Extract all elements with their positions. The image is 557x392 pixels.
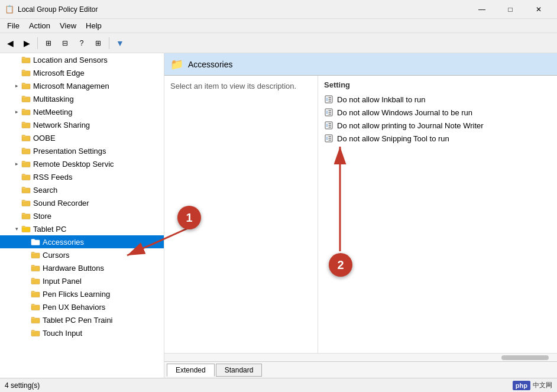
tree-item-store[interactable]: Store <box>0 209 164 222</box>
toolbar-btn1[interactable]: ⊞ <box>41 35 56 51</box>
right-panel: 📁 Accessories Select an item to view its… <box>164 53 557 378</box>
expand-btn-netmeeting[interactable]: ▸ <box>12 107 21 116</box>
menu-file[interactable]: File <box>2 20 24 31</box>
tree-item-search[interactable]: Search <box>0 183 164 196</box>
toolbar-btn4[interactable]: ⊞ <box>90 35 106 51</box>
tree-item-netsharing[interactable]: Network Sharing <box>0 118 164 131</box>
tree-item-accessories[interactable]: Accessories <box>0 235 164 248</box>
tree-label-penux: Pen UX Behaviors <box>43 303 105 312</box>
menu-action[interactable]: Action <box>24 20 55 31</box>
content-header-icon: 📁 <box>170 58 183 71</box>
menu-bar: File Action View Help <box>0 19 557 33</box>
content-header-title: Accessories <box>188 60 232 69</box>
folder-icon-msmgmt <box>21 81 31 90</box>
folder-icon-multitask <box>21 94 31 103</box>
content-split: Select an item to view its description. … <box>164 76 557 353</box>
tree-label-rssfeeds: RSS Feeds <box>33 173 72 182</box>
folder-icon-remotedesktop <box>21 159 31 169</box>
folder-icon-cursors <box>31 250 40 260</box>
tree-item-touchinput[interactable]: Touch Input <box>0 326 164 339</box>
bottom-tabs: ExtendedStandard <box>164 361 557 378</box>
tree-item-soundrecorder[interactable]: Sound Recorder <box>0 196 164 209</box>
tree-item-msedge[interactable]: Microsoft Edge <box>0 66 164 79</box>
tree-label-netsharing: Network Sharing <box>33 121 90 129</box>
tree-label-presentation: Presentation Settings <box>33 147 106 155</box>
toolbar-forward[interactable]: ▶ <box>19 35 34 51</box>
setting-label-2: Do not allow printing to Journal Note Wr… <box>337 121 484 130</box>
toolbar-back[interactable]: ◀ <box>2 35 18 51</box>
tree-label-msmgmt: Microsoft Managemen <box>33 82 109 90</box>
tree-label-touchinput: Touch Input <box>43 329 82 338</box>
tree-item-hardwarebuttons[interactable]: Hardware Buttons <box>0 261 164 274</box>
tree-item-inputpanel[interactable]: Input Panel <box>0 274 164 287</box>
menu-view[interactable]: View <box>55 20 81 31</box>
tree-item-presentation[interactable]: Presentation Settings <box>0 144 164 157</box>
close-button[interactable]: ✕ <box>525 4 552 15</box>
badge-area: php 中文网 <box>513 381 552 390</box>
toolbar: ◀ ▶ ⊞ ⊟ ? ⊞ ▼ <box>0 33 557 53</box>
tree-label-hardwarebuttons: Hardware Buttons <box>43 264 104 273</box>
tree-label-soundrecorder: Sound Recorder <box>33 199 89 208</box>
setting-item-2[interactable]: Do not allow printing to Journal Note Wr… <box>324 119 551 132</box>
cn-text: 中文网 <box>533 381 552 390</box>
expand-btn-msmgmt[interactable]: ▸ <box>12 81 21 90</box>
folder-icon-oobe <box>21 133 31 142</box>
tree-label-inputpanel: Input Panel <box>43 277 82 286</box>
toolbar-btn2[interactable]: ⊟ <box>57 35 73 51</box>
content-header: 📁 Accessories <box>164 53 557 76</box>
scrollbar-thumb[interactable] <box>501 355 549 360</box>
status-bar: 4 setting(s) php 中文网 <box>0 378 557 392</box>
tree-item-location[interactable]: Location and Sensors <box>0 53 164 66</box>
tree-label-store: Store <box>33 212 51 221</box>
settings-list: Do not allow Inkball to run Do not allow… <box>324 93 551 145</box>
tree-item-tabletpc[interactable]: ▾ Tablet PC <box>0 222 164 235</box>
tree-item-msmgmt[interactable]: ▸ Microsoft Managemen <box>0 79 164 92</box>
tree-item-cursors[interactable]: Cursors <box>0 248 164 261</box>
folder-icon-netsharing <box>21 120 31 129</box>
tree-item-remotedesktop[interactable]: ▸ Remote Desktop Servic <box>0 157 164 170</box>
tree-label-location: Location and Sensors <box>33 56 108 64</box>
folder-icon-accessories <box>31 237 40 247</box>
horizontal-scrollbar[interactable] <box>164 353 557 361</box>
tab-standard[interactable]: Standard <box>216 364 263 377</box>
tree-item-tabletpcpen[interactable]: Tablet PC Pen Traini <box>0 313 164 326</box>
menu-help[interactable]: Help <box>81 20 106 31</box>
toolbar-sep-2 <box>109 37 109 49</box>
folder-icon-rssfeeds <box>21 172 31 182</box>
settings-header: Setting <box>324 80 551 89</box>
folder-icon-search <box>21 185 31 195</box>
tree-label-penflicks: Pen Flicks Learning <box>43 290 110 299</box>
tree-panel[interactable]: Location and Sensors Microsoft Edge▸ Mic… <box>0 53 164 378</box>
tree-item-oobe[interactable]: OOBE <box>0 131 164 144</box>
tree-label-remotedesktop: Remote Desktop Servic <box>33 160 114 169</box>
folder-icon-soundrecorder <box>21 198 31 208</box>
minimize-button[interactable]: — <box>468 4 496 15</box>
tree-label-oobe: OOBE <box>33 134 56 142</box>
php-badge: php <box>513 381 530 390</box>
tree-item-rssfeeds[interactable]: RSS Feeds <box>0 170 164 183</box>
tab-extended[interactable]: Extended <box>167 364 215 377</box>
title-bar-title: Local Group Policy Editor <box>18 5 468 14</box>
setting-item-0[interactable]: Do not allow Inkball to run <box>324 93 551 106</box>
setting-label-3: Do not allow Snipping Tool to run <box>337 134 449 143</box>
tree-item-penflicks[interactable]: Pen Flicks Learning <box>0 287 164 300</box>
tree-item-netmeeting[interactable]: ▸ NetMeeting <box>0 105 164 118</box>
toolbar-filter[interactable]: ▼ <box>112 35 128 51</box>
folder-icon-netmeeting <box>21 107 31 116</box>
setting-item-3[interactable]: Do not allow Snipping Tool to run <box>324 132 551 145</box>
folder-icon-location <box>21 55 31 64</box>
toolbar-btn3[interactable]: ? <box>74 35 89 51</box>
tree-item-multitask[interactable]: Multitasking <box>0 92 164 105</box>
settings-pane: Setting Do not allow Inkball to run Do n… <box>318 76 557 353</box>
expand-btn-remotedesktop[interactable]: ▸ <box>12 159 21 169</box>
tree-label-netmeeting: NetMeeting <box>33 108 72 116</box>
status-text: 4 setting(s) <box>5 381 40 390</box>
folder-icon-presentation <box>21 146 31 155</box>
folder-icon-penux <box>31 302 40 312</box>
setting-item-1[interactable]: Do not allow Windows Journal to be run <box>324 106 551 119</box>
tree-item-penux[interactable]: Pen UX Behaviors <box>0 300 164 313</box>
folder-icon-hardwarebuttons <box>31 263 40 273</box>
folder-icon-tabletpc <box>21 224 31 234</box>
expand-btn-tabletpc[interactable]: ▾ <box>12 224 21 234</box>
maximize-button[interactable]: □ <box>497 4 524 15</box>
